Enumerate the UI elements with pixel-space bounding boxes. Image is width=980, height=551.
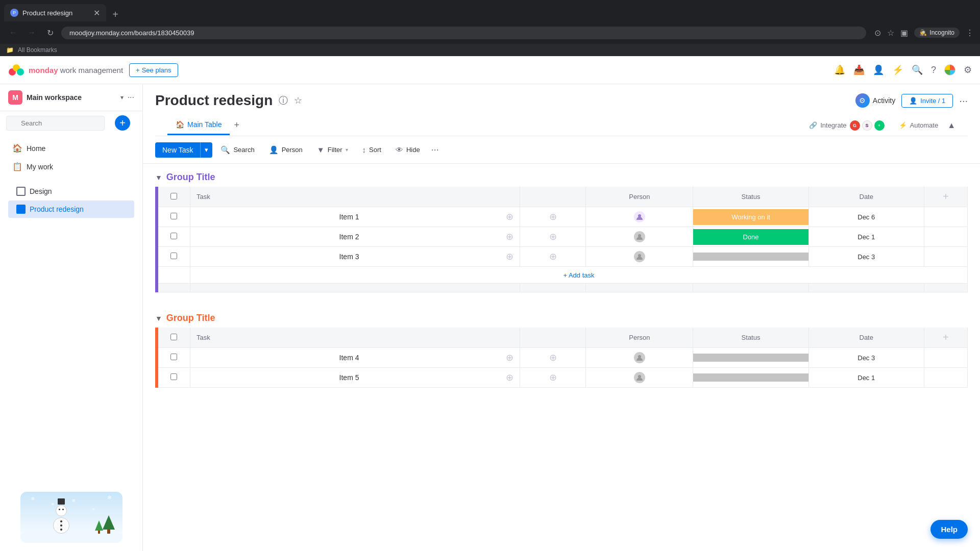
row4-add-person-icon[interactable]: ⊕ [506,352,513,363]
row2-add-subitem-icon[interactable]: ⊕ [549,232,557,242]
row5-person-avatar[interactable] [633,371,646,384]
active-tab[interactable]: P Product redesign ✕ [4,4,106,21]
row1-add-person-icon[interactable]: ⊕ [506,211,513,222]
tab-add-btn[interactable]: + [230,115,243,136]
back-btn[interactable]: ← [6,26,20,40]
menu-btn[interactable]: ⋮ [966,28,974,38]
board-info-icon[interactable]: ⓘ [279,94,288,107]
row3-status-cell[interactable] [693,247,808,267]
group1-collapse-btn[interactable]: ▼ [155,173,162,182]
group1-add-col[interactable]: + [924,187,967,207]
see-plans-btn[interactable]: + See plans [129,63,178,77]
see-plans-arrow: + [136,66,140,74]
group2-collapse-btn[interactable]: ▼ [155,314,162,322]
group2-add-col[interactable]: + [924,328,967,348]
reload-btn[interactable]: ↻ [43,26,57,40]
row4-person-avatar[interactable] [633,351,646,364]
group1-select-all[interactable] [170,193,177,199]
cast-icon[interactable]: ⊙ [874,28,881,38]
help-icon[interactable]: ? [931,65,936,76]
row1-person-avatar[interactable] [633,210,646,223]
sidebar-search-input[interactable] [6,116,105,131]
group1-title[interactable]: Group Title [166,172,215,183]
row3-person-avatar-wrap [586,250,693,263]
inbox-icon[interactable]: 📥 [853,64,865,76]
row1-checkbox[interactable] [170,213,177,219]
row3-task-name[interactable]: Item 3 [197,253,502,261]
collapse-btn[interactable]: ▲ [947,121,955,130]
new-task-wrap: New Task ▾ [155,142,212,158]
invite-btn[interactable]: 👤 Invite / 1 [901,94,953,108]
snowman [53,505,69,534]
row5-status-cell[interactable] [693,368,808,388]
row1-status-cell[interactable]: Working on it [693,207,808,227]
sidebar-item-product-redesign[interactable]: Product redesign [8,201,134,218]
row2-status-badge[interactable]: Done [693,229,808,245]
activity-btn[interactable]: ⚙ Activity [855,93,895,108]
automate-btn[interactable]: ⚡ Automate [894,118,944,132]
row3-add-subitem-icon[interactable]: ⊕ [549,252,557,262]
app: monday work management + See plans 🔔 📥 👤… [0,56,980,551]
new-tab-btn[interactable]: + [108,7,122,21]
group2-title[interactable]: Group Title [166,313,215,323]
row3-checkbox[interactable] [170,253,177,259]
profile-icon[interactable]: ▣ [900,28,908,38]
settings-icon[interactable]: ⚙ [964,64,972,76]
row5-add-person-icon[interactable]: ⊕ [506,372,513,383]
search-header-icon[interactable]: 🔍 [912,64,923,76]
row4-task-name[interactable]: Item 4 [197,354,502,362]
row5-task-cell: Item 5 ⊕ [190,368,520,388]
group1-add-col-btn[interactable]: + [939,187,953,206]
add-task-btn[interactable]: + Add task [563,271,594,279]
row3-person-avatar[interactable] [633,250,646,263]
group2-add-col-btn[interactable]: + [939,328,953,347]
filter-btn[interactable]: ▼ Filter ▾ [311,142,354,157]
row2-person-avatar[interactable] [633,230,646,243]
new-task-dropdown-btn[interactable]: ▾ [200,142,212,158]
row5-checkbox[interactable] [170,373,177,380]
row1-task-name[interactable]: Item 1 [197,213,502,221]
board-star-icon[interactable]: ☆ [294,95,302,106]
workspace-dropdown-icon[interactable]: ▾ [120,94,124,101]
board-more-btn[interactable]: ··· [959,95,968,107]
workspace-more-btn[interactable]: ··· [128,93,134,102]
row4-checkbox[interactable] [170,354,177,360]
person-btn[interactable]: 👤 Person [263,142,309,158]
row2-task-name[interactable]: Item 2 [197,233,502,241]
sidebar-add-btn[interactable]: + [115,115,130,131]
color-picker-icon[interactable] [944,64,955,76]
tab-favicon: P [10,9,18,17]
sidebar-item-design[interactable]: Design [8,183,134,200]
people-icon[interactable]: 👤 [873,64,884,76]
row4-status-cell[interactable] [693,348,808,368]
sort-btn[interactable]: ↕ Sort [356,142,387,157]
new-task-btn[interactable]: New Task [155,142,200,158]
apps-icon[interactable]: ⚡ [892,64,903,76]
bookmark-icon[interactable]: ☆ [887,28,894,38]
sidebar-item-my-work[interactable]: 📋 My work [4,158,138,176]
integrate-btn[interactable]: 🔗 Integrate G S + [804,117,889,134]
address-bar[interactable]: moodjoy.monday.com/boards/1830450039 [61,27,866,39]
tab-main-table[interactable]: 🏠 Main Table [167,115,230,135]
toolbar-more-btn[interactable]: ··· [428,141,442,158]
sidebar-item-home[interactable]: 🏠 Home [4,139,138,157]
row5-add-subitem-icon[interactable]: ⊕ [549,372,557,383]
search-btn[interactable]: 🔍 Search [214,142,260,158]
row1-status-badge[interactable]: Working on it [693,209,808,225]
row5-task-name[interactable]: Item 5 [197,373,502,382]
row1-add-subitem-icon[interactable]: ⊕ [549,212,557,222]
forward-btn[interactable]: → [24,26,39,40]
hide-btn[interactable]: 👁 Hide [389,142,426,157]
group2-select-all[interactable] [170,334,177,340]
row3-add-person-icon[interactable]: ⊕ [506,251,513,262]
notification-icon[interactable]: 🔔 [834,64,845,76]
tab-close-btn[interactable]: ✕ [93,8,100,18]
table-tab-icon: 🏠 [176,120,184,129]
help-btn[interactable]: Help [930,520,968,539]
row2-status-cell[interactable]: Done [693,227,808,247]
integrate-icon: 🔗 [809,121,817,129]
row2-checkbox[interactable] [170,233,177,239]
app-logo: monday work management [8,62,123,78]
row2-add-person-icon[interactable]: ⊕ [506,231,513,242]
row4-add-subitem-icon[interactable]: ⊕ [549,353,557,363]
